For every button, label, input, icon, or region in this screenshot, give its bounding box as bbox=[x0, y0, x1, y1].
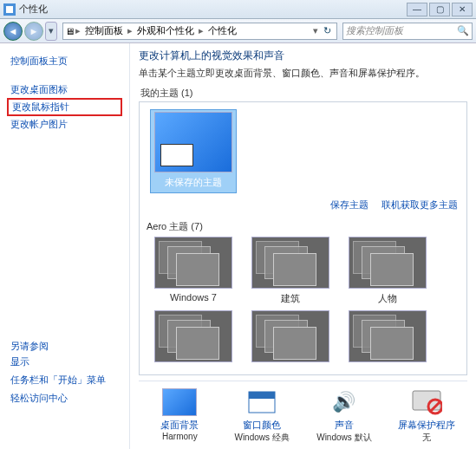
aero-themes-label: Aero 主题 (7) bbox=[147, 220, 461, 233]
my-themes-label: 我的主题 (1) bbox=[140, 87, 467, 100]
main-area: 控制面板主页 更改桌面图标 更改鼠标指针 更改帐户图片 另请参阅 显示 任务栏和… bbox=[0, 43, 476, 449]
refresh-icon[interactable]: ↻ bbox=[319, 25, 335, 36]
value: 无 bbox=[396, 432, 457, 444]
sounds-button[interactable]: 🔊 声音 Windows 默认 bbox=[314, 388, 375, 444]
theme-actions: 保存主题 联机获取更多主题 bbox=[145, 197, 461, 217]
toolbar: ◄ ► ▾ 🖥 ▸ 控制面板 ▸ 外观和个性化 ▸ 个性化 ▾ ↻ 搜索控制面板… bbox=[0, 19, 476, 43]
theme-item[interactable] bbox=[344, 310, 431, 366]
theme-thumbnail bbox=[154, 237, 232, 289]
theme-unsaved[interactable]: 未保存的主题 bbox=[150, 109, 237, 193]
label: 桌面背景 bbox=[149, 419, 210, 432]
theme-name: Windows 7 bbox=[150, 292, 237, 303]
theme-name: 未保存的主题 bbox=[153, 176, 234, 189]
get-more-themes-link[interactable]: 联机获取更多主题 bbox=[381, 199, 458, 210]
save-theme-link[interactable]: 保存主题 bbox=[330, 199, 368, 210]
sidebar-link-account-picture[interactable]: 更改帐户图片 bbox=[10, 115, 119, 133]
label: 声音 bbox=[314, 419, 375, 432]
theme-characters[interactable]: 人物 bbox=[344, 237, 431, 305]
breadcrumb-item[interactable]: 个性化 bbox=[205, 24, 240, 37]
svg-rect-3 bbox=[249, 392, 275, 399]
theme-thumbnail bbox=[349, 310, 427, 362]
theme-thumbnail bbox=[154, 112, 232, 172]
wallpaper-icon bbox=[162, 388, 197, 416]
window-controls: — ▢ ✕ bbox=[407, 3, 473, 16]
value: Windows 经典 bbox=[231, 432, 292, 444]
sidebar: 控制面板主页 更改桌面图标 更改鼠标指针 更改帐户图片 另请参阅 显示 任务栏和… bbox=[0, 43, 130, 449]
sidebar-link-desktop-icons[interactable]: 更改桌面图标 bbox=[10, 81, 119, 99]
theme-thumbnail bbox=[154, 310, 232, 362]
personalization-footer: 桌面背景 Harmony 窗口颜色 Windows 经典 🔊 声音 Window… bbox=[139, 381, 467, 444]
theme-thumbnail bbox=[251, 310, 329, 362]
screensaver-icon bbox=[409, 388, 444, 416]
theme-windows7[interactable]: Windows 7 bbox=[150, 237, 237, 305]
theme-item[interactable] bbox=[150, 310, 237, 366]
label: 窗口颜色 bbox=[231, 419, 292, 432]
svg-rect-1 bbox=[6, 6, 13, 13]
page-description: 单击某个主题立即更改桌面背景、窗口颜色、声音和屏幕保护程序。 bbox=[139, 67, 467, 80]
sidebar-link-home[interactable]: 控制面板主页 bbox=[10, 52, 119, 70]
sidebar-link-ease-of-access[interactable]: 轻松访问中心 bbox=[10, 389, 119, 407]
theme-name: 人物 bbox=[344, 292, 431, 305]
maximize-button[interactable]: ▢ bbox=[429, 3, 450, 16]
screensaver-button[interactable]: 屏幕保护程序 无 bbox=[396, 388, 457, 444]
titlebar: 个性化 — ▢ ✕ bbox=[0, 0, 476, 19]
theme-item[interactable] bbox=[247, 310, 334, 366]
see-also-heading: 另请参阅 bbox=[10, 340, 119, 353]
window-color-button[interactable]: 窗口颜色 Windows 经典 bbox=[231, 388, 292, 444]
sidebar-link-taskbar[interactable]: 任务栏和「开始」菜单 bbox=[10, 371, 119, 389]
value: Harmony bbox=[149, 432, 210, 441]
search-placeholder: 搜索控制面板 bbox=[346, 24, 457, 37]
theme-name: 建筑 bbox=[247, 292, 334, 305]
search-input[interactable]: 搜索控制面板 🔍 bbox=[342, 23, 473, 40]
window-title: 个性化 bbox=[19, 3, 407, 16]
desktop-background-button[interactable]: 桌面背景 Harmony bbox=[149, 388, 210, 444]
breadcrumb-item[interactable]: 控制面板 bbox=[82, 24, 127, 37]
theme-thumbnail bbox=[251, 237, 329, 289]
back-button[interactable]: ◄ bbox=[3, 22, 23, 41]
window-color-icon bbox=[245, 388, 279, 416]
close-button[interactable]: ✕ bbox=[452, 3, 473, 16]
label: 屏幕保护程序 bbox=[396, 419, 457, 432]
value: Windows 默认 bbox=[314, 432, 375, 444]
forward-button[interactable]: ► bbox=[24, 22, 43, 41]
minimize-button[interactable]: — bbox=[407, 3, 427, 16]
sidebar-link-display[interactable]: 显示 bbox=[10, 353, 119, 371]
content-panel: 更改计算机上的视觉效果和声音 单击某个主题立即更改桌面背景、窗口颜色、声音和屏幕… bbox=[130, 43, 476, 449]
sound-icon: 🔊 bbox=[327, 388, 362, 416]
breadcrumb[interactable]: 🖥 ▸ 控制面板 ▸ 外观和个性化 ▸ 个性化 ▾ ↻ bbox=[62, 23, 337, 40]
page-heading: 更改计算机上的视觉效果和声音 bbox=[139, 49, 467, 63]
search-icon: 🔍 bbox=[457, 25, 469, 36]
sidebar-link-mouse-pointers[interactable]: 更改鼠标指针 bbox=[7, 98, 122, 116]
app-icon bbox=[3, 3, 16, 16]
nav-history-button[interactable]: ▾ bbox=[45, 22, 57, 41]
aero-themes-grid: Windows 7 建筑 人物 bbox=[145, 235, 461, 369]
my-themes-group: 未保存的主题 保存主题 联机获取更多主题 Aero 主题 (7) Windows… bbox=[139, 101, 467, 375]
theme-thumbnail bbox=[349, 237, 427, 289]
monitor-icon: 🖥 bbox=[65, 26, 75, 36]
breadcrumb-item[interactable]: 外观和个性化 bbox=[134, 24, 198, 37]
theme-architecture[interactable]: 建筑 bbox=[247, 237, 334, 305]
